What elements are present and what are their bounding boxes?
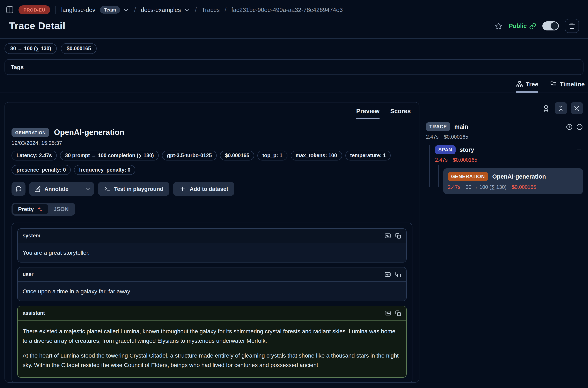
action-buttons: Annotate Test in playground Add to data	[12, 182, 412, 196]
assistant-message-header: assistant	[18, 306, 406, 320]
observation-type-badge: GENERATION	[12, 128, 49, 137]
breadcrumb-slash: /	[195, 6, 197, 14]
link-icon	[529, 23, 536, 29]
environment-badge: PROD-EU	[19, 5, 50, 14]
delete-trace-button[interactable]	[565, 19, 579, 33]
tags-label: Tags	[11, 64, 24, 70]
chevron-down-icon	[85, 186, 91, 192]
tree-zoom-controls	[566, 123, 583, 130]
copy-icon[interactable]	[395, 233, 401, 239]
span-cost: $0.000165	[453, 157, 477, 163]
annotate-split-divider	[77, 182, 78, 196]
breadcrumb-slash: /	[134, 6, 136, 14]
playground-label: Test in playground	[114, 186, 163, 192]
cost-badge[interactable]: $0.000165	[61, 43, 97, 54]
copy-icon[interactable]	[395, 271, 401, 278]
tree-icon	[516, 81, 523, 88]
comments-button[interactable]	[12, 182, 25, 196]
view-tabs: Tree Timeline	[0, 75, 588, 93]
system-message-content: You are a great storyteller.	[18, 243, 406, 262]
token-usage-badge[interactable]: 30 → 100 (∑ 130)	[4, 43, 57, 54]
collapse-node-icon[interactable]	[576, 147, 582, 153]
markdown-toggle-icon[interactable]	[384, 271, 391, 278]
panel-tabs: Preview Scores	[5, 102, 419, 119]
metadata-badges-row-1: Latency: 2.47s 30 prompt → 100 completio…	[12, 151, 412, 160]
tab-timeline[interactable]: Timeline	[550, 81, 585, 93]
user-message-content: Once upon a time in a galaxy far, far aw…	[18, 281, 406, 301]
circle-minus-icon[interactable]	[576, 123, 583, 130]
annotate-dropdown-button[interactable]	[82, 182, 94, 196]
format-toggle: Pretty JSON	[12, 203, 75, 216]
metrics-percent-button[interactable]	[571, 102, 583, 114]
format-json-option[interactable]: JSON	[48, 204, 74, 214]
tab-preview[interactable]: Preview	[356, 107, 379, 119]
system-message-panel: system You are a great storyteller.	[17, 228, 407, 263]
cost-badge[interactable]: $0.000165	[220, 151, 254, 160]
breadcrumb-project[interactable]: docs-examples	[141, 7, 181, 13]
chevron-down-icon[interactable]	[123, 7, 129, 13]
tree-node-span[interactable]: SPAN story 2.47s $0.000165	[435, 145, 583, 163]
markdown-toggle-icon[interactable]	[384, 232, 391, 239]
frequency-penalty-badge: frequency_penalty: 0	[74, 165, 135, 175]
tags-panel[interactable]: Tags	[4, 59, 584, 75]
chevrons-down-up-icon	[558, 105, 564, 112]
breadcrumb-separator-bar	[55, 6, 56, 14]
format-pretty-option[interactable]: Pretty	[13, 204, 48, 214]
tree-node-generation-selected[interactable]: GENERATION OpenAI-generation 2.47s 30 → …	[443, 168, 583, 194]
message-role-label: system	[23, 233, 40, 239]
trace-tree-panel: TRACE main 2.47s $0.000165 SPAN	[424, 102, 586, 383]
title-row: Trace Detail Public	[0, 18, 588, 38]
trace-metrics: 2.47s $0.000165	[426, 134, 583, 140]
system-message-header: system	[18, 229, 406, 243]
annotate-button-main[interactable]: Annotate	[29, 182, 74, 196]
org-type-badge: Team	[100, 6, 120, 14]
model-badge[interactable]: gpt-3.5-turbo-0125	[162, 151, 217, 160]
copy-icon[interactable]	[395, 310, 401, 316]
scores-award-icon[interactable]	[542, 104, 550, 112]
generation-tokens: 30 → 100 (∑ 130)	[466, 184, 507, 190]
generation-cost: $0.000165	[512, 184, 536, 190]
trace-detail-page: PROD-EU langfuse-dev Team / docs-example…	[0, 0, 588, 388]
markdown-toggle-icon[interactable]	[384, 310, 391, 316]
title-actions: Public	[495, 19, 579, 33]
message-header-icons	[384, 271, 401, 278]
toggle-knob	[551, 22, 558, 30]
tab-tree[interactable]: Tree	[516, 81, 539, 93]
span-metrics: 2.47s $0.000165	[435, 157, 583, 163]
breadcrumb: PROD-EU langfuse-dev Team / docs-example…	[0, 0, 588, 18]
chevron-down-icon[interactable]	[184, 7, 190, 13]
tab-tree-label: Tree	[526, 81, 539, 88]
public-link[interactable]: Public	[509, 23, 536, 29]
trace-type-badge: TRACE	[426, 122, 450, 131]
top-p-badge: top_p: 1	[257, 151, 287, 160]
max-tokens-badge: max_tokens: 100	[291, 151, 342, 160]
span-type-badge: SPAN	[435, 145, 455, 154]
sparkles-icon	[37, 206, 43, 212]
test-in-playground-button[interactable]: Test in playground	[98, 182, 170, 196]
prompt-completion-badge[interactable]: 30 prompt → 100 completion (∑ 130)	[60, 151, 159, 160]
trace-latency: 2.47s	[426, 134, 439, 140]
breadcrumb-traces-link[interactable]: Traces	[202, 7, 220, 13]
bookmark-star-icon[interactable]	[495, 22, 503, 30]
breadcrumb-org[interactable]: langfuse-dev	[61, 7, 95, 13]
public-toggle[interactable]	[542, 21, 559, 30]
list-tree-icon	[550, 81, 557, 88]
generation-type-badge: GENERATION	[448, 172, 488, 181]
trace-cost: $0.000165	[444, 134, 468, 140]
metadata-badges-row-2: presence_penalty: 0 frequency_penalty: 0	[12, 165, 412, 175]
circle-plus-icon[interactable]	[566, 123, 573, 130]
message-role-label: assistant	[23, 310, 45, 316]
generation-metrics: 2.47s 30 → 100 (∑ 130) $0.000165	[448, 184, 579, 190]
dataset-label: Add to dataset	[190, 186, 228, 192]
tree-node-trace[interactable]: TRACE main	[426, 122, 583, 131]
annotate-label: Annotate	[45, 186, 68, 192]
sidebar-toggle-icon[interactable]	[6, 6, 14, 14]
trace-summary: 30 → 100 (∑ 130) $0.000165	[0, 39, 588, 57]
generation-name: OpenAI-generation	[492, 173, 546, 180]
add-to-dataset-button[interactable]: Add to dataset	[173, 182, 235, 196]
annotate-button[interactable]: Annotate	[29, 182, 94, 196]
tab-scores[interactable]: Scores	[390, 107, 411, 119]
terminal-icon	[104, 186, 110, 192]
collapse-all-button[interactable]	[555, 102, 567, 114]
span-name: story	[459, 146, 474, 153]
